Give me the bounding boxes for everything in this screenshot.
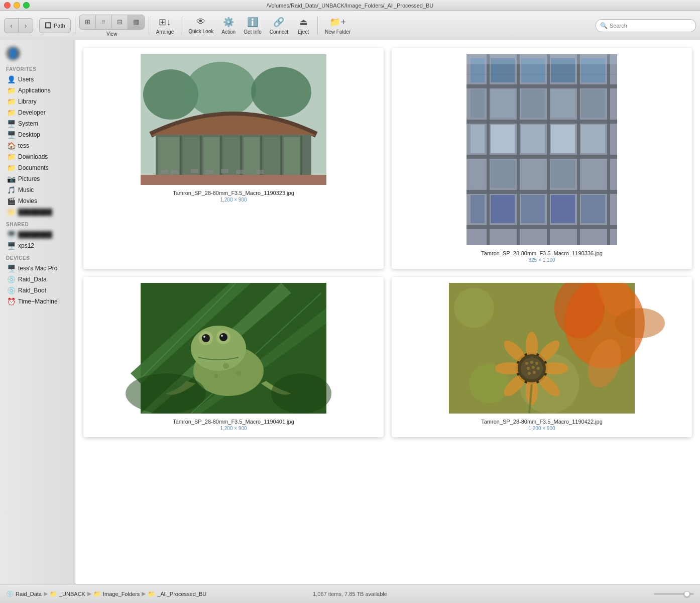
image-card-3[interactable]: Tamron_SP_28-80mm_F3.5_Macro_1190401.jpg… — [83, 277, 384, 437]
getinfo-label: Get Info — [244, 29, 262, 35]
action-button[interactable]: ⚙️ Action — [218, 14, 239, 38]
image-caption-2: Tamron_SP_28-80mm_F3.5_Macro_1190336.jpg — [481, 250, 603, 256]
separator4 — [317, 17, 318, 35]
quicklook-button[interactable]: 👁 Quick Look — [185, 14, 216, 38]
sidebar-item-users[interactable]: 👤 Users — [1, 74, 74, 85]
svg-rect-66 — [466, 54, 617, 64]
sidebar-item-time-machine[interactable]: ⏰ Time~Machine — [1, 296, 74, 307]
sidebar-item-tess[interactable]: 🏠 tess — [1, 140, 74, 151]
developer-icon: 📁 — [7, 109, 15, 117]
arrange-label: Arrange — [156, 29, 174, 35]
sidebar-item-blurred1[interactable]: 📁 ████████ — [1, 207, 74, 218]
svg-point-105 — [530, 361, 533, 364]
view-list-btn[interactable]: ≡ — [96, 15, 112, 29]
forward-button[interactable]: › — [19, 19, 33, 33]
svg-rect-23 — [206, 170, 213, 174]
svg-rect-55 — [491, 160, 515, 188]
breadcrumb-label-3: _All_Processed_BU — [157, 591, 206, 597]
view-icon-btn[interactable]: ⊞ — [80, 15, 96, 29]
path-label: Path — [54, 23, 65, 29]
breadcrumb-label-2: Image_Folders — [103, 591, 140, 597]
svg-rect-57 — [551, 160, 575, 188]
eject-label: Eject — [298, 29, 309, 35]
svg-rect-21 — [171, 170, 178, 174]
image-caption-1: Tamron_SP_28-80mm_F3.5_Macro_1190323.jpg — [173, 190, 294, 196]
sidebar-item-shared-blurred[interactable]: 🖥️ ████████ — [1, 229, 74, 240]
search-input[interactable] — [610, 23, 691, 29]
zoom-thumb[interactable] — [684, 591, 690, 597]
sidebar-item-music[interactable]: 🎵 Music — [1, 184, 74, 195]
breadcrumb-item-1[interactable]: 📁_UNBACK — [50, 590, 85, 597]
connect-button[interactable]: 🔗 Connect — [267, 14, 291, 38]
svg-point-111 — [533, 371, 536, 374]
svg-rect-34 — [487, 54, 490, 245]
svg-rect-63 — [581, 195, 605, 223]
architecture-image — [89, 54, 378, 185]
path-button[interactable]: 🔲 Path — [39, 18, 71, 33]
getinfo-button[interactable]: ℹ️ Get Info — [241, 14, 265, 38]
image-card-4[interactable]: Tamron_SP_28-80mm_F3.5_Macro_1190422.jpg… — [392, 277, 692, 437]
sidebar-item-xps12-label: xps12 — [18, 242, 34, 249]
svg-rect-20 — [161, 170, 168, 174]
tess-icon: 🏠 — [7, 142, 15, 150]
arrange-button[interactable]: ⊞↓ Arrange — [153, 14, 177, 38]
sidebar-item-system[interactable]: 🖥️ System — [1, 118, 74, 129]
applications-icon: 📁 — [7, 86, 15, 94]
close-button[interactable] — [4, 2, 11, 9]
maximize-button[interactable] — [23, 2, 30, 9]
sidebar-item-desktop[interactable]: 🖥️ Desktop — [1, 129, 74, 140]
tess-mac-pro-icon: 🖥️ — [7, 264, 15, 272]
shared-section-label: SHARED — [0, 218, 75, 229]
image-container-3 — [89, 283, 378, 414]
breadcrumb-item-3[interactable]: 📁_All_Processed_BU — [148, 590, 206, 597]
eject-button[interactable]: ⏏ Eject — [293, 14, 313, 38]
image-dims-1: 1,200 × 900 — [220, 197, 247, 203]
newfolder-label: New Folder — [325, 29, 351, 35]
image-card-2[interactable]: Tamron_SP_28-80mm_F3.5_Macro_1190336.jpg… — [392, 48, 692, 269]
minimize-button[interactable] — [14, 2, 20, 9]
breadcrumb-item-2[interactable]: 📁Image_Folders — [93, 590, 140, 597]
view-column-btn[interactable]: ⊟ — [112, 15, 128, 29]
sidebar-item-raid-boot[interactable]: 💿 Raid_Boot — [1, 285, 74, 296]
breadcrumb-label-1: _UNBACK — [59, 591, 85, 597]
connect-icon: 🔗 — [273, 17, 284, 28]
sidebar-item-applications[interactable]: 📁 Applications — [1, 85, 74, 96]
documents-icon: 📁 — [7, 164, 15, 172]
arrange-icon: ⊞↓ — [159, 17, 171, 28]
main-area: 👤 FAVORITES 👤 Users 📁 Applications 📁 Lib… — [0, 40, 700, 584]
zoom-slider[interactable] — [654, 593, 694, 595]
svg-point-109 — [537, 367, 540, 370]
sidebar-item-raid-boot-label: Raid_Boot — [18, 287, 46, 294]
sidebar-item-xps12[interactable]: 🖥️ xps12 — [1, 240, 74, 251]
svg-rect-22 — [191, 169, 198, 173]
sidebar-item-tess-mac-pro[interactable]: 🖥️ tess's Mac Pro — [1, 263, 74, 274]
eject-icon: ⏏ — [299, 17, 308, 28]
sidebar-item-movies[interactable]: 🎬 Movies — [1, 195, 74, 207]
svg-rect-62 — [551, 195, 575, 223]
svg-rect-24 — [221, 169, 228, 173]
image-card-1[interactable]: Tamron_SP_28-80mm_F3.5_Macro_1190323.jpg… — [83, 48, 384, 269]
svg-rect-37 — [577, 54, 580, 245]
sidebar-item-desktop-label: Desktop — [18, 131, 40, 138]
sidebar-item-documents-label: Documents — [18, 164, 49, 171]
search-box[interactable]: 🔍 — [596, 19, 696, 32]
sidebar-item-raid-data[interactable]: 💿 Raid_Data — [1, 274, 74, 285]
sidebar-item-documents[interactable]: 📁 Documents — [1, 162, 74, 173]
sidebar-item-downloads[interactable]: 📁 Downloads — [1, 151, 74, 162]
flower-image — [398, 283, 686, 414]
separator2 — [149, 17, 149, 35]
sidebar-item-pictures[interactable]: 📷 Pictures — [1, 173, 74, 184]
desktop-icon: 🖥️ — [7, 131, 15, 139]
newfolder-button[interactable]: 📁+ New Folder — [322, 14, 354, 38]
sidebar-item-shared-blurred-label: ████████ — [18, 231, 52, 238]
svg-rect-45 — [491, 89, 515, 118]
breadcrumb-item-0[interactable]: 💿Raid_Data — [6, 590, 42, 597]
search-icon: 🔍 — [600, 22, 608, 29]
getinfo-icon: ℹ️ — [247, 17, 258, 28]
view-cover-btn[interactable]: ▦ — [128, 15, 144, 29]
back-button[interactable]: ‹ — [5, 19, 19, 33]
svg-rect-56 — [521, 160, 545, 188]
sidebar-item-library[interactable]: 📁 Library — [1, 96, 74, 107]
sidebar-item-developer[interactable]: 📁 Developer — [1, 107, 74, 118]
svg-point-110 — [528, 372, 531, 375]
